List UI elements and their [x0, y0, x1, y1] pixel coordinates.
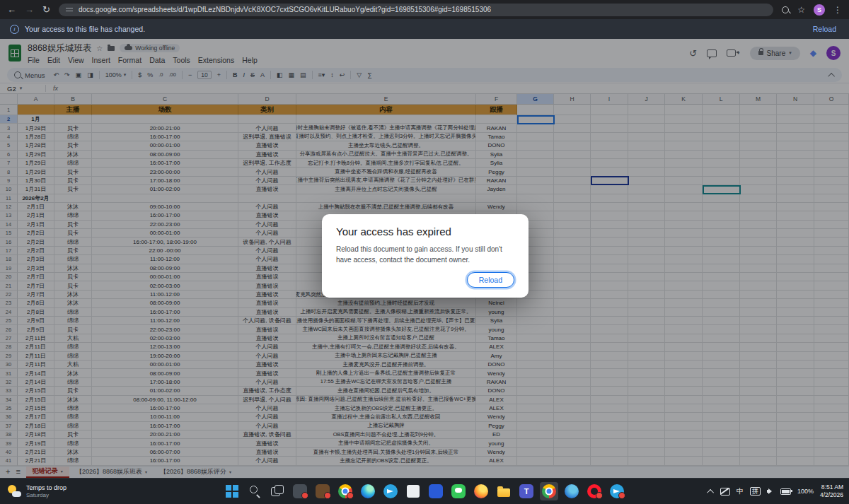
taskbar-icons	[223, 482, 626, 500]
notification-badge	[301, 492, 308, 499]
weather-subline: Saturday	[26, 492, 67, 499]
browser-menu-icon[interactable]: ⋮	[833, 5, 842, 15]
dialog-body: Reload this document to gain access. If …	[336, 244, 514, 265]
url-text: docs.google.com/spreadsheets/d/1wpDfLezN…	[79, 6, 491, 13]
taskbar-icon-task-view[interactable]	[268, 482, 287, 500]
taskbar-icon-start[interactable]	[223, 482, 241, 500]
browser-toolbar: ← → ↻ docs.google.com/spreadsheets/d/1wp…	[0, 0, 849, 19]
battery-percent: 100%	[797, 488, 814, 495]
notification-badge	[618, 492, 625, 499]
notification-badge	[324, 492, 331, 499]
access-expired-dialog: Your access has expired Reload this docu…	[322, 214, 529, 298]
taskbar-icon-firefox[interactable]	[472, 482, 490, 500]
taskbar-icon-app-dark[interactable]	[291, 482, 309, 500]
ime-mode[interactable]: 拼	[750, 487, 761, 496]
clock-date: 4/2/2026	[820, 491, 843, 499]
taskbar-icon-opera[interactable]	[585, 482, 603, 500]
taskbar-icon-search[interactable]	[246, 482, 264, 500]
site-settings-icon[interactable]	[66, 6, 73, 13]
info-icon: i	[10, 25, 19, 34]
notification-bar: i Your access to this file has changed. …	[0, 19, 849, 39]
address-bar[interactable]: docs.google.com/spreadsheets/d/1wpDfLezN…	[59, 4, 773, 16]
taskbar-icon-teams[interactable]	[517, 482, 536, 500]
taskbar-icon-word[interactable]	[427, 482, 445, 500]
browser-avatar[interactable]: S	[814, 4, 825, 16]
back-button[interactable]: ←	[7, 5, 16, 14]
reload-page-button[interactable]: ↻	[42, 5, 50, 14]
taskbar-icon-chrome-active[interactable]	[540, 482, 558, 500]
clock-time: 8:51 AM	[821, 484, 843, 491]
volume-muted-icon[interactable]	[767, 488, 774, 494]
notification-reload-link[interactable]: Reload	[813, 25, 839, 33]
taskbar-icon-telegram-2[interactable]	[608, 482, 626, 500]
battery-icon[interactable]	[780, 488, 791, 495]
weather-icon	[7, 484, 21, 498]
taskbar-icon-wechat[interactable]	[449, 482, 468, 500]
taskbar-icon-edge-dev[interactable]	[562, 482, 581, 500]
dialog-title: Your access has expired	[336, 225, 514, 238]
forward-button[interactable]: →	[25, 5, 34, 14]
screen: ← → ↻ docs.google.com/spreadsheets/d/1wp…	[0, 0, 849, 504]
taskbar-icon-app-brown[interactable]	[313, 482, 332, 500]
weather-headline: Temps to drop	[26, 484, 67, 492]
taskbar-icon-file-explorer[interactable]	[495, 482, 513, 500]
taskbar-icon-notepad[interactable]	[404, 482, 422, 500]
taskbar-icon-edge[interactable]	[359, 482, 377, 500]
clock[interactable]: 8:51 AM 4/2/2026	[820, 484, 843, 499]
ime-language[interactable]: 中	[737, 486, 744, 496]
taskbar-icon-chrome[interactable]	[336, 482, 354, 500]
zoom-icon[interactable]	[782, 6, 789, 13]
notification-badge	[596, 492, 603, 499]
tray-expand-icon[interactable]	[707, 488, 714, 496]
bookmark-star-icon[interactable]: ☆	[797, 5, 805, 15]
dialog-reload-button[interactable]: Reload	[467, 272, 514, 288]
weather-widget[interactable]: Temps to drop Saturday	[7, 484, 67, 498]
taskbar-icon-telegram[interactable]	[381, 482, 400, 500]
notification-badge	[347, 492, 354, 499]
display-icon[interactable]	[720, 488, 730, 496]
page-content: 8868娱乐城班表 ☆ Working offline FileEditView…	[0, 39, 849, 478]
taskbar: Temps to drop Saturday 中 拼 100% 8:51 AM …	[0, 478, 849, 504]
notification-text: Your access to this file has changed.	[25, 25, 807, 33]
system-tray: 中 拼 100% 8:51 AM 4/2/2026	[709, 484, 843, 499]
